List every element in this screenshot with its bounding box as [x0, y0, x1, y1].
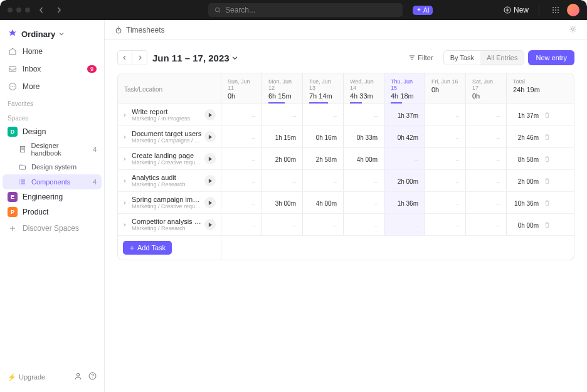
play-button[interactable]	[204, 219, 216, 230]
nav-back-button[interactable]	[35, 4, 48, 16]
task-title: Write report	[132, 108, 202, 115]
time-cell[interactable]: 3h 00m	[262, 192, 303, 213]
trash-icon[interactable]	[544, 156, 551, 164]
play-button[interactable]	[204, 197, 216, 208]
time-cell[interactable]: –	[303, 170, 344, 191]
apps-grid-icon[interactable]	[549, 4, 562, 16]
time-cell[interactable]: –	[425, 104, 466, 125]
sidebar-inbox[interactable]: Inbox 9	[3, 60, 102, 78]
time-cell[interactable]: –	[262, 214, 303, 235]
user-avatar[interactable]	[567, 4, 579, 16]
time-cell[interactable]: 2h 00m	[384, 170, 425, 191]
expand-icon[interactable]	[123, 133, 129, 140]
settings-icon[interactable]	[569, 25, 577, 35]
time-cell[interactable]: 1h 15m	[262, 126, 303, 147]
row-total: 0h 00m	[507, 214, 556, 235]
time-cell[interactable]: 0h 33m	[344, 126, 384, 147]
space-product[interactable]: P Product	[3, 204, 102, 220]
time-cell[interactable]: –	[425, 148, 466, 169]
time-cell[interactable]: –	[466, 104, 507, 125]
time-cell[interactable]: –	[466, 148, 507, 169]
time-cell[interactable]: –	[384, 148, 425, 169]
plus-circle-icon	[504, 6, 511, 14]
time-cell[interactable]: –	[466, 214, 507, 235]
task-location: Marketing / Research	[132, 225, 202, 231]
time-cell[interactable]: –	[466, 126, 507, 147]
person-icon[interactable]	[74, 372, 82, 382]
table-row: Write reportMarketing / In Progress––––1…	[118, 103, 574, 125]
time-cell[interactable]: 2h 00m	[262, 148, 303, 169]
expand-icon[interactable]	[123, 177, 129, 184]
time-cell[interactable]: –	[221, 170, 262, 191]
play-button[interactable]	[204, 175, 216, 186]
time-cell[interactable]: –	[221, 126, 262, 147]
next-week-button[interactable]	[132, 50, 147, 65]
trash-icon[interactable]	[544, 221, 551, 230]
sub-design-system[interactable]: Design system	[3, 159, 102, 174]
ai-button[interactable]: AI	[413, 6, 433, 15]
time-cell[interactable]: –	[466, 192, 507, 213]
sidebar-home[interactable]: Home	[3, 43, 102, 60]
play-button[interactable]	[204, 109, 216, 120]
new-button[interactable]: New	[504, 6, 529, 14]
all-entries-tab[interactable]: All Entries	[480, 51, 524, 65]
time-cell[interactable]: –	[221, 148, 262, 169]
new-entry-button[interactable]: New entry	[528, 50, 574, 65]
time-cell[interactable]: –	[425, 214, 466, 235]
time-cell[interactable]: –	[425, 170, 466, 191]
trash-icon[interactable]	[544, 199, 551, 208]
help-icon[interactable]	[88, 372, 97, 382]
time-cell[interactable]: –	[221, 104, 262, 125]
add-task-button[interactable]: Add Task	[123, 241, 172, 255]
nav-forward-button[interactable]	[53, 4, 65, 16]
time-cell[interactable]: 0h 16m	[303, 126, 344, 147]
window-controls[interactable]	[8, 8, 30, 13]
filter-button[interactable]: Filter	[403, 51, 439, 65]
trash-icon[interactable]	[544, 134, 551, 142]
prev-week-button[interactable]	[117, 50, 132, 65]
time-cell[interactable]: 4h 00m	[344, 148, 384, 169]
time-cell[interactable]: –	[262, 170, 303, 191]
upgrade-button[interactable]: ⚡ Upgrade	[8, 373, 45, 381]
time-cell[interactable]: 0h 42m	[384, 126, 425, 147]
space-badge: D	[8, 127, 18, 137]
time-cell[interactable]: –	[221, 214, 262, 235]
search-input[interactable]: Search...	[208, 3, 403, 17]
by-task-tab[interactable]: By Task	[444, 51, 480, 65]
folder-icon	[18, 162, 28, 172]
row-total: 10h 36m	[507, 192, 556, 213]
expand-icon[interactable]	[123, 221, 129, 228]
time-cell[interactable]: –	[221, 192, 262, 213]
time-cell[interactable]: –	[344, 104, 384, 125]
space-design[interactable]: D Design	[3, 124, 102, 139]
date-range-picker[interactable]: Jun 11 – 17, 2023	[152, 53, 238, 63]
expand-icon[interactable]	[123, 155, 129, 162]
time-cell[interactable]: –	[303, 104, 344, 125]
time-cell[interactable]: –	[466, 170, 507, 191]
time-cell[interactable]: –	[344, 214, 384, 235]
discover-spaces[interactable]: Discover Spaces	[3, 220, 102, 237]
time-cell[interactable]: –	[303, 214, 344, 235]
time-cell[interactable]: –	[425, 192, 466, 213]
trash-icon[interactable]	[544, 112, 551, 120]
expand-icon[interactable]	[123, 199, 129, 206]
sub-components[interactable]: Components 4	[3, 174, 102, 189]
time-cell[interactable]: 2h 58m	[303, 148, 344, 169]
time-cell[interactable]: 1h 36m	[384, 192, 425, 213]
sub-designer-handbook[interactable]: Designer handbook 4	[3, 139, 102, 159]
time-cell[interactable]: –	[262, 104, 303, 125]
space-engineering[interactable]: E Engineering	[3, 189, 102, 204]
time-cell[interactable]: 4h 00m	[303, 192, 344, 213]
time-cell[interactable]: –	[425, 126, 466, 147]
time-cell[interactable]: 1h 37m	[384, 104, 425, 125]
sidebar-more[interactable]: More	[3, 78, 102, 95]
workspace-switcher[interactable]: Ordinary	[3, 25, 102, 43]
time-cell[interactable]: –	[344, 192, 384, 213]
time-cell[interactable]: –	[384, 214, 425, 235]
expand-icon[interactable]	[123, 111, 129, 119]
trash-icon[interactable]	[544, 177, 551, 186]
timesheet-grid: Task/LocationSun, Jun 110hMon, Jun 126h …	[117, 73, 574, 260]
play-button[interactable]	[204, 153, 216, 164]
play-button[interactable]	[204, 131, 216, 142]
time-cell[interactable]: –	[344, 170, 384, 191]
